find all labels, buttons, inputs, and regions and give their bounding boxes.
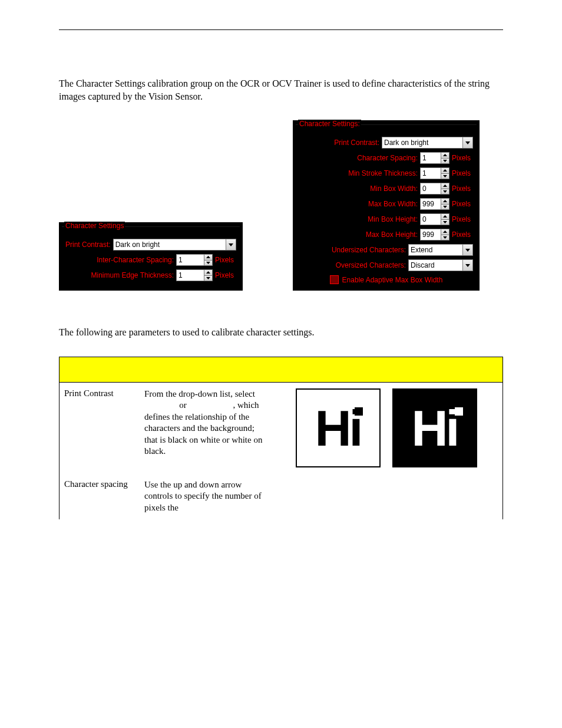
- svg-marker-9: [443, 175, 447, 177]
- param-example-cell: [270, 473, 503, 520]
- unit-label: Pixels: [452, 200, 473, 208]
- top-rule: [59, 29, 503, 30]
- svg-marker-12: [443, 200, 447, 202]
- print-contrast-dropdown[interactable]: Dark on bright: [113, 239, 236, 251]
- svg-marker-16: [443, 230, 447, 233]
- min-box-width-stepper[interactable]: 0: [420, 183, 449, 195]
- panel-legend: Character Settings:: [298, 120, 361, 128]
- character-settings-panel-basic: Character Settings Print Contrast: Dark …: [59, 222, 243, 291]
- param-description-cell: From the drop-down list, select xxxxxx o…: [140, 383, 270, 473]
- unit-label: Pixels: [215, 271, 236, 279]
- character-settings-parameters-table: Print Contrast From the drop-down list, …: [59, 357, 503, 520]
- svg-marker-0: [229, 243, 233, 246]
- spinner-up-icon[interactable]: [204, 254, 213, 261]
- table-row: Character spacing Use the up and down ar…: [59, 473, 503, 520]
- oversized-characters-label: Oversized Characters:: [336, 261, 406, 269]
- svg-marker-14: [443, 215, 447, 218]
- svg-marker-11: [443, 190, 447, 193]
- min-stroke-thickness-label: Min Stroke Thickness:: [348, 169, 418, 177]
- spinner-down-icon[interactable]: [204, 276, 213, 282]
- inter-character-spacing-stepper[interactable]: 1: [176, 254, 213, 266]
- chevron-down-icon[interactable]: [462, 244, 473, 256]
- minimum-edge-thickness-stepper[interactable]: 1: [176, 269, 213, 281]
- print-contrast-label: Print Contrast:: [334, 139, 379, 147]
- spinner-up-icon[interactable]: [441, 198, 449, 205]
- spinner-down-icon[interactable]: [441, 189, 449, 195]
- dot-icon: [455, 407, 463, 416]
- spinner-down-icon[interactable]: [441, 235, 449, 241]
- max-box-width-label: Max Box Width:: [368, 200, 418, 208]
- example-dark-on-bright: Hi: [296, 388, 381, 467]
- example-bright-on-dark: Hi: [392, 388, 477, 467]
- spinner-up-icon[interactable]: [441, 229, 449, 235]
- min-stroke-thickness-stepper[interactable]: 1: [420, 167, 449, 179]
- svg-marker-3: [206, 271, 210, 274]
- svg-marker-8: [443, 169, 447, 172]
- minimum-edge-thickness-label: Minimum Edge Thickness:: [91, 271, 174, 279]
- param-name-cell: Character spacing: [59, 473, 140, 520]
- unit-label: Pixels: [452, 230, 473, 239]
- param-name-cell: Print Contrast: [59, 383, 140, 473]
- panel-legend: Character Settings: [64, 222, 125, 230]
- svg-marker-17: [443, 236, 447, 239]
- svg-marker-10: [443, 185, 447, 187]
- character-settings-panel-extended: Character Settings: Print Contrast: Dark…: [293, 120, 480, 291]
- chevron-down-icon[interactable]: [462, 259, 473, 271]
- unit-label: Pixels: [452, 154, 473, 162]
- spinner-down-icon[interactable]: [441, 220, 449, 226]
- chevron-down-icon[interactable]: [226, 239, 236, 251]
- svg-marker-7: [443, 160, 447, 162]
- undersized-characters-dropdown[interactable]: Extend: [408, 244, 473, 256]
- character-spacing-stepper[interactable]: 1: [420, 152, 449, 164]
- spinner-up-icon[interactable]: [441, 183, 449, 189]
- spinner-down-icon[interactable]: [441, 159, 449, 164]
- svg-marker-4: [206, 277, 210, 279]
- enable-adaptive-checkbox[interactable]: [330, 275, 339, 284]
- svg-marker-6: [443, 154, 447, 156]
- dot-icon: [355, 407, 363, 416]
- spinner-down-icon[interactable]: [441, 205, 449, 210]
- svg-marker-13: [443, 206, 447, 208]
- enable-adaptive-label: Enable Adaptive Max Box Width: [342, 276, 443, 284]
- unit-label: Pixels: [452, 185, 473, 193]
- spinner-up-icon[interactable]: [441, 152, 449, 159]
- svg-marker-1: [206, 256, 210, 258]
- svg-marker-2: [206, 262, 210, 264]
- unit-label: Pixels: [452, 169, 473, 177]
- max-box-height-stepper[interactable]: 999: [420, 229, 449, 241]
- min-box-height-stepper[interactable]: 0: [420, 213, 449, 225]
- spinner-down-icon[interactable]: [441, 174, 449, 180]
- oversized-characters-dropdown[interactable]: Discard: [408, 259, 473, 271]
- unit-label: Pixels: [452, 215, 473, 223]
- print-contrast-dropdown[interactable]: Dark on bright: [382, 137, 473, 149]
- spinner-up-icon[interactable]: [441, 167, 449, 174]
- spinner-up-icon[interactable]: [441, 213, 449, 220]
- params-intro-paragraph: The following are parameters to used to …: [59, 326, 503, 339]
- svg-marker-5: [465, 141, 470, 144]
- chevron-down-icon[interactable]: [462, 137, 473, 149]
- svg-marker-18: [465, 249, 470, 252]
- unit-label: Pixels: [215, 256, 236, 264]
- svg-marker-15: [443, 221, 447, 223]
- table-row: Print Contrast From the drop-down list, …: [59, 383, 503, 473]
- max-box-height-label: Max Box Height:: [366, 230, 418, 239]
- param-description-cell: Use the up and down arrow controls to sp…: [140, 473, 270, 520]
- svg-marker-19: [465, 264, 470, 267]
- max-box-width-stepper[interactable]: 999: [420, 198, 449, 210]
- undersized-characters-label: Undersized Characters:: [332, 246, 406, 254]
- spinner-up-icon[interactable]: [204, 269, 213, 276]
- table-header: [59, 357, 503, 383]
- intro-paragraph: The Character Settings calibration group…: [59, 77, 503, 103]
- min-box-height-label: Min Box Height:: [368, 215, 418, 223]
- param-example-cell: Hi Hi: [270, 383, 503, 473]
- min-box-width-label: Min Box Width:: [370, 185, 418, 193]
- inter-character-spacing-label: Inter-Character Spacing:: [97, 256, 174, 264]
- print-contrast-label: Print Contrast:: [65, 241, 111, 249]
- spinner-down-icon[interactable]: [204, 261, 213, 266]
- character-spacing-label: Character Spacing:: [357, 154, 418, 162]
